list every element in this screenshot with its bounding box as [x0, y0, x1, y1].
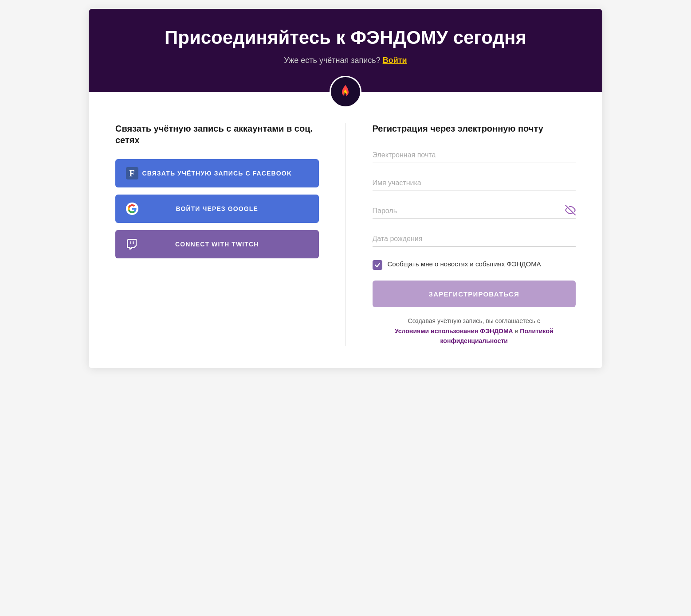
register-button[interactable]: ЗАРЕГИСТРИРОВАТЬСЯ [373, 281, 576, 307]
twitch-icon [124, 236, 140, 252]
facebook-connect-button[interactable]: f СВЯЗАТЬ УЧЁТНУЮ ЗАПИСЬ С FACEBOOK [115, 159, 319, 187]
flame-icon [337, 83, 354, 100]
dob-input[interactable] [373, 231, 576, 247]
page-title: Присоединяйтесь к ФЭНДОМУ сегодня [115, 27, 576, 49]
toggle-password-icon[interactable] [565, 205, 576, 218]
content-area: Связать учётную запись с аккаунтами в со… [89, 92, 602, 368]
password-input[interactable] [373, 203, 576, 219]
newsletter-checkbox[interactable] [373, 260, 382, 270]
header-subtitle: Уже есть учётная запись? Войти [115, 56, 576, 65]
google-btn-label: ВОЙТИ ЧЕРЕЗ GOOGLE [126, 205, 308, 212]
subtitle-text: Уже есть учётная запись? [284, 56, 380, 65]
terms-and: и [515, 327, 518, 335]
column-divider [346, 123, 346, 346]
password-wrapper [373, 203, 576, 219]
password-field-group [373, 203, 576, 219]
terms-text: Создавая учётную запись, вы соглашаетесь… [373, 316, 576, 346]
right-column: Регистрация через электронную почту [373, 123, 576, 346]
dob-field-group [373, 231, 576, 247]
newsletter-checkbox-row: Сообщать мне о новостях и событиях ФЭНДО… [373, 259, 576, 270]
username-field-group [373, 175, 576, 191]
facebook-icon: f [124, 165, 140, 181]
email-field-group [373, 148, 576, 163]
newsletter-label: Сообщать мне о новостях и событиях ФЭНДО… [388, 259, 541, 269]
email-section-title: Регистрация через электронную почту [373, 123, 576, 134]
terms-line1: Создавая учётную запись, вы соглашаетесь… [408, 317, 540, 324]
email-input[interactable] [373, 148, 576, 163]
facebook-btn-label: СВЯЗАТЬ УЧЁТНУЮ ЗАПИСЬ С FACEBOOK [126, 170, 308, 177]
left-column: Связать учётную запись с аккаунтами в со… [115, 123, 319, 346]
register-btn-label: ЗАРЕГИСТРИРОВАТЬСЯ [429, 290, 519, 298]
terms-of-use-link[interactable]: Условиями использования ФЭНДОМА [395, 327, 513, 335]
social-section-title: Связать учётную запись с аккаунтами в со… [115, 123, 319, 146]
twitch-btn-label: CONNECT WITH TWITCH [126, 241, 308, 248]
twitch-connect-button[interactable]: CONNECT WITH TWITCH [115, 230, 319, 258]
username-input[interactable] [373, 175, 576, 191]
login-link[interactable]: Войти [383, 56, 407, 65]
page-container: Присоединяйтесь к ФЭНДОМУ сегодня Уже ес… [89, 9, 602, 368]
google-signin-button[interactable]: ВОЙТИ ЧЕРЕЗ GOOGLE [115, 195, 319, 223]
google-icon [124, 201, 140, 217]
fandom-logo [330, 76, 361, 108]
header: Присоединяйтесь к ФЭНДОМУ сегодня Уже ес… [89, 9, 602, 92]
